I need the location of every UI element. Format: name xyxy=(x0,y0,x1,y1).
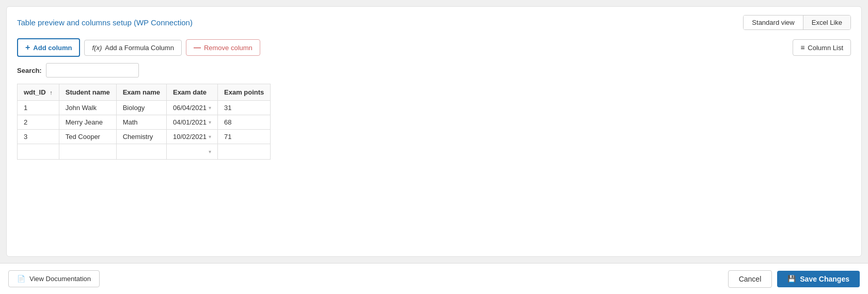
remove-column-button[interactable]: — Remove column xyxy=(186,39,260,56)
minus-icon: — xyxy=(194,43,201,52)
table-wrapper: wdt_ID ↑ Student name Exam name Exam dat… xyxy=(17,84,851,248)
fx-icon: f(x) xyxy=(92,44,102,52)
list-icon: ≡ xyxy=(800,43,804,52)
col-header-student-name[interactable]: Student name xyxy=(59,84,116,101)
standard-view-button[interactable]: Standard view xyxy=(744,16,803,29)
footer-right: Cancel 💾 Save Changes xyxy=(728,270,860,288)
search-label: Search: xyxy=(17,67,42,74)
cell-exam-date: 04/01/2021 ▾ xyxy=(166,115,217,130)
table-header-row: wdt_ID ↑ Student name Exam name Exam dat… xyxy=(18,84,271,101)
save-changes-button[interactable]: 💾 Save Changes xyxy=(777,271,860,287)
cell-student-name: Merry Jeane xyxy=(59,115,116,130)
table-row-empty: ▾ xyxy=(18,144,271,160)
cell-empty xyxy=(59,144,116,160)
cell-exam-name: Chemistry xyxy=(116,130,166,144)
table-row: 3 Ted Cooper Chemistry 10/02/2021 ▾ 71 xyxy=(18,130,271,144)
table-row: 2 Merry Jeane Math 04/01/2021 ▾ 68 xyxy=(18,115,271,130)
toolbar-right: ≡ Column List xyxy=(793,39,851,56)
date-chevron-icon: ▾ xyxy=(209,149,211,154)
card: Table preview and columns setup (WP Conn… xyxy=(6,6,862,257)
excel-like-view-button[interactable]: Excel Like xyxy=(803,16,850,29)
cell-exam-date: 10/02/2021 ▾ xyxy=(166,130,217,144)
search-row: Search: xyxy=(17,63,851,78)
toolbar-left: + Add column f(x) Add a Formula Column —… xyxy=(17,38,260,57)
col-header-wdt-id[interactable]: wdt_ID ↑ xyxy=(18,84,59,101)
cell-exam-points: 71 xyxy=(218,130,271,144)
col-header-exam-points[interactable]: Exam points xyxy=(218,84,271,101)
date-chevron-icon: ▾ xyxy=(209,134,211,140)
save-icon: 💾 xyxy=(787,275,796,283)
cell-exam-name: Biology xyxy=(116,101,166,115)
add-formula-column-button[interactable]: f(x) Add a Formula Column xyxy=(84,40,181,56)
search-input[interactable] xyxy=(46,63,139,78)
card-title: Table preview and columns setup (WP Conn… xyxy=(17,18,193,27)
cell-exam-name: Math xyxy=(116,115,166,130)
view-toggle: Standard view Excel Like xyxy=(743,15,851,30)
date-chevron-icon: ▾ xyxy=(209,119,211,125)
card-header: Table preview and columns setup (WP Conn… xyxy=(17,15,851,30)
cell-wdt-id: 1 xyxy=(18,101,59,115)
cell-exam-date: 06/04/2021 ▾ xyxy=(166,101,217,115)
date-chevron-icon: ▾ xyxy=(209,105,211,111)
cell-empty xyxy=(218,144,271,160)
cell-wdt-id: 3 xyxy=(18,130,59,144)
cell-exam-points: 68 xyxy=(218,115,271,130)
toolbar: + Add column f(x) Add a Formula Column —… xyxy=(17,38,851,57)
col-header-exam-name[interactable]: Exam name xyxy=(116,84,166,101)
data-table: wdt_ID ↑ Student name Exam name Exam dat… xyxy=(17,84,271,160)
view-documentation-button[interactable]: 📄 View Documentation xyxy=(8,270,100,287)
cell-empty xyxy=(116,144,166,160)
footer: 📄 View Documentation Cancel 💾 Save Chang… xyxy=(0,263,868,294)
cell-empty-date: ▾ xyxy=(166,144,217,160)
main-content: Table preview and columns setup (WP Conn… xyxy=(0,0,868,263)
document-icon: 📄 xyxy=(17,275,25,283)
cell-student-name: Ted Cooper xyxy=(59,130,116,144)
cell-wdt-id: 2 xyxy=(18,115,59,130)
cancel-button[interactable]: Cancel xyxy=(728,270,772,288)
add-column-button[interactable]: + Add column xyxy=(17,38,80,57)
column-list-button[interactable]: ≡ Column List xyxy=(793,39,851,56)
cell-empty xyxy=(18,144,59,160)
col-header-exam-date[interactable]: Exam date xyxy=(166,84,217,101)
sort-icon: ↑ xyxy=(50,89,53,96)
cell-exam-points: 31 xyxy=(218,101,271,115)
plus-icon: + xyxy=(25,43,30,52)
table-row: 1 John Walk Biology 06/04/2021 ▾ 31 xyxy=(18,101,271,115)
cell-student-name: John Walk xyxy=(59,101,116,115)
